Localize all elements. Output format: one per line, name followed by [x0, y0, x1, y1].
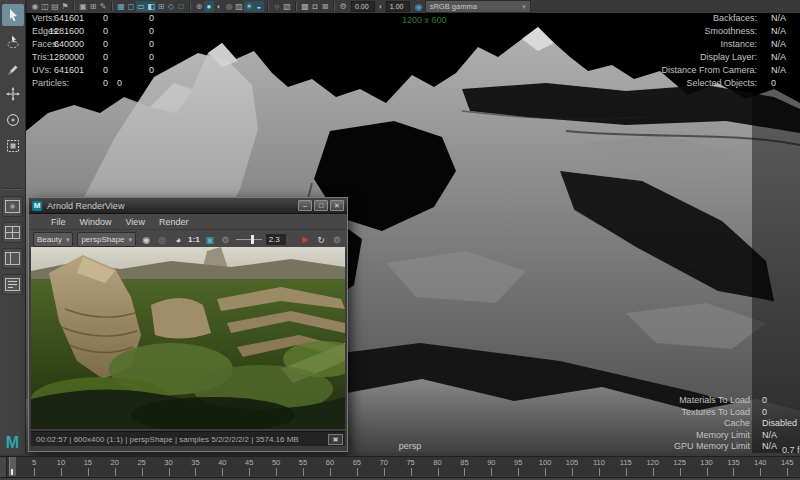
- tick-label: 60: [321, 458, 339, 467]
- scale-icon: [6, 139, 20, 153]
- hud-row: Edges:128160000: [32, 26, 202, 38]
- bookmark-icon[interactable]: ⚑: [60, 1, 70, 12]
- tick-label: 45: [240, 458, 258, 467]
- viewport-toolbar-icons: ◉◫▤⚑▣⊞✎▦◻▭◧⊞◇□⊕●◐◎▨☀◒○▧▩◘⊠⚙: [30, 1, 348, 12]
- hud-value: 0: [94, 65, 108, 75]
- camcorder-icon[interactable]: ◉: [30, 1, 40, 12]
- lock-camera-icon[interactable]: ◫: [40, 1, 50, 12]
- slider-handle[interactable]: [251, 235, 254, 244]
- single-pane-layout-button[interactable]: [2, 196, 23, 217]
- current-frame-tick: [11, 469, 13, 475]
- textured-icon[interactable]: ▨: [234, 1, 244, 12]
- minimize-button[interactable]: ‒: [298, 200, 312, 211]
- toolbox-separator: [3, 188, 22, 190]
- render-image[interactable]: [31, 247, 345, 429]
- tick-mark: [760, 468, 761, 476]
- four-pane-icon: [5, 226, 20, 239]
- tick-mark: [572, 468, 573, 476]
- field-chart-icon[interactable]: ⊞: [156, 1, 166, 12]
- renderview-titlebar[interactable]: M Arnold RenderView ‒ □ ✕: [29, 198, 347, 214]
- grease-pencil-icon[interactable]: ✎: [98, 1, 108, 12]
- hud-row: Smoothness:N/A: [626, 26, 796, 38]
- restart-render-button[interactable]: ↻: [315, 235, 327, 245]
- exposure-slider[interactable]: [236, 234, 262, 245]
- four-pane-layout-button[interactable]: [2, 222, 23, 243]
- display-settings-icon[interactable]: ⚙: [220, 235, 232, 245]
- pan-zoom-icon[interactable]: ⊞: [88, 1, 98, 12]
- region-render-icon[interactable]: ⊠: [320, 1, 330, 12]
- time-slider[interactable]: 5101520253035404550556065707580859095100…: [0, 456, 800, 476]
- film-gate-icon[interactable]: ◻: [126, 1, 136, 12]
- close-button[interactable]: ✕: [330, 200, 344, 211]
- lights-icon[interactable]: ☀: [244, 1, 254, 12]
- snapshot-icon[interactable]: ▩: [300, 1, 310, 12]
- safe-title-icon[interactable]: □: [176, 1, 186, 12]
- debug-shading-button[interactable]: ◕: [172, 235, 184, 245]
- default-lighting-icon[interactable]: ⊕: [194, 1, 204, 12]
- toolbar-separator: [189, 2, 191, 11]
- slider-track: [236, 239, 262, 240]
- tick-label: 55: [294, 458, 312, 467]
- lasso-icon: [6, 35, 20, 49]
- tick-mark: [330, 468, 331, 476]
- chevron-down-icon: ▾: [129, 236, 133, 244]
- hud-value: 641601: [42, 65, 84, 75]
- brush-icon: [6, 61, 20, 75]
- resolution-gate-icon[interactable]: ▭: [136, 1, 146, 12]
- menu-window[interactable]: Window: [80, 217, 112, 227]
- hud-row: Faces:64000000: [32, 39, 202, 51]
- abort-render-button[interactable]: ▶: [299, 235, 311, 244]
- maya-logo: M: [0, 434, 25, 452]
- tick-mark: [518, 468, 519, 476]
- gate-mask-icon[interactable]: ◧: [146, 1, 156, 12]
- hud-value: 0: [140, 26, 154, 36]
- exposure-gear-icon[interactable]: ⚙: [338, 1, 348, 12]
- exposure-value[interactable]: 2.3: [266, 234, 286, 245]
- settings-gear-icon[interactable]: ⚙: [331, 235, 343, 245]
- gamma-field[interactable]: 1.00: [386, 1, 410, 12]
- tick-mark: [222, 468, 223, 476]
- ssao-icon[interactable]: ◘: [310, 1, 320, 12]
- tick-mark: [599, 468, 600, 476]
- tick-mark: [680, 468, 681, 476]
- select-arrow-icon: [6, 8, 20, 22]
- ipr-button[interactable]: ◎: [156, 235, 168, 245]
- shadows-icon[interactable]: ◒: [254, 1, 264, 12]
- scale-tool[interactable]: [2, 135, 24, 157]
- zoom-1-1-button[interactable]: 1:1: [188, 235, 200, 244]
- region-render-button[interactable]: ▣: [204, 235, 216, 245]
- camera-attributes-icon[interactable]: ▤: [50, 1, 60, 12]
- menu-file[interactable]: File: [51, 217, 66, 227]
- view-transform-select[interactable]: sRGB gamma ▾: [425, 0, 531, 13]
- select-tool[interactable]: [2, 4, 24, 26]
- maximize-button[interactable]: □: [314, 200, 328, 211]
- aov-select[interactable]: Beauty ▾: [33, 232, 73, 247]
- tick-mark: [384, 468, 385, 476]
- image-info-icon[interactable]: ▣: [328, 434, 343, 445]
- camera-name-label: persp: [378, 441, 442, 451]
- default-material-icon[interactable]: ◎: [224, 1, 234, 12]
- smooth-shade-icon[interactable]: ●: [204, 1, 214, 12]
- wireframe-on-shaded-icon[interactable]: ◐: [214, 1, 224, 12]
- current-frame-marker[interactable]: [9, 457, 16, 476]
- xray-icon[interactable]: ▧: [282, 1, 292, 12]
- paint-select-tool[interactable]: [2, 57, 24, 79]
- rotate-tool[interactable]: [2, 109, 24, 131]
- isolate-select-icon[interactable]: ○: [272, 1, 282, 12]
- exposure-field[interactable]: 0.00: [351, 1, 375, 12]
- tick-mark: [88, 468, 89, 476]
- image-plane-icon[interactable]: ▣: [78, 1, 88, 12]
- grid-icon[interactable]: ▦: [116, 1, 126, 12]
- two-pane-layout-button[interactable]: [2, 248, 23, 269]
- tick-mark: [411, 468, 412, 476]
- move-tool[interactable]: [2, 83, 24, 105]
- outliner-layout-button[interactable]: [2, 274, 23, 295]
- menu-view[interactable]: View: [126, 217, 145, 227]
- camera-select[interactable]: perspShape ▾: [77, 232, 136, 247]
- chevron-down-icon: ▾: [66, 236, 70, 244]
- hud-row: Particles:00: [32, 78, 202, 90]
- safe-action-icon[interactable]: ◇: [166, 1, 176, 12]
- lasso-select-tool[interactable]: [2, 31, 24, 53]
- menu-render[interactable]: Render: [159, 217, 189, 227]
- start-render-button[interactable]: ◉: [140, 235, 152, 245]
